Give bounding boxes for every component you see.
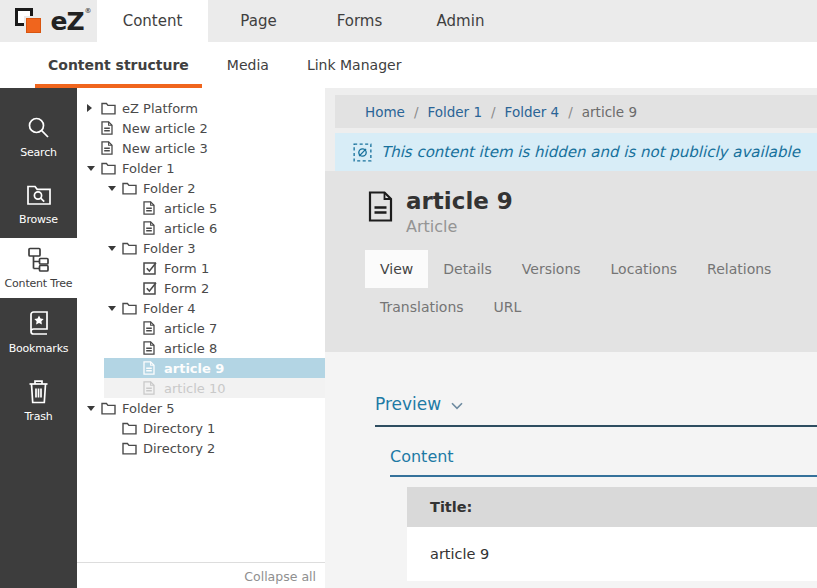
tab-translations[interactable]: Translations [365,288,479,326]
folder-icon [101,161,117,176]
content-item-header: article 9 Article [325,171,817,236]
tree-item-content: article 10 [77,378,225,398]
tree-item-article-9[interactable]: article 9 [77,358,325,378]
top-nav-tab-page[interactable]: Page [208,0,309,42]
folder-icon [122,441,138,456]
sidebar-item-label: Search [20,146,57,159]
tree-item-article-7[interactable]: article 7 [77,318,325,338]
tree-item-article-10[interactable]: article 10 [77,378,325,398]
sidebar-item-bookmarks[interactable]: Bookmarks [0,298,77,366]
search-icon [25,114,52,141]
tree-indent-spacer [129,258,143,278]
form-icon [143,281,159,296]
tree-item-content: New article 3 [77,138,208,158]
tree-item-directory-1[interactable]: Directory 1 [77,418,325,438]
content-tree-icon [25,246,52,272]
tree-item-label: Folder 4 [143,301,196,316]
tree-item-form-2[interactable]: Form 2 [77,278,325,298]
breadcrumb-current: article 9 [582,104,637,120]
sidebar-item-label: Browse [19,213,58,226]
tree-item-article-8[interactable]: article 8 [77,338,325,358]
tree-item-folder-2[interactable]: Folder 2 [77,178,325,198]
top-nav-bar: eZ® ContentPageFormsAdmin [0,0,817,42]
breadcrumb-link-folder-4[interactable]: Folder 4 [505,104,560,120]
tree-item-content: eZ Platform [77,98,198,118]
tree-item-label: Folder 3 [143,241,196,256]
collapse-arrow-icon[interactable] [108,238,122,258]
sidebar-item-content-tree[interactable]: Content Tree [0,238,77,298]
sub-nav-tab-link-manager[interactable]: Link Manager [294,42,415,88]
tree-item-label: Directory 2 [143,441,215,456]
tab-url[interactable]: URL [479,288,537,326]
collapse-all-button[interactable]: Collapse all [77,562,325,588]
tree-item-folder-3[interactable]: Folder 3 [77,238,325,258]
tree-item-folder-4[interactable]: Folder 4 [77,298,325,318]
form-icon [143,261,159,276]
preview-section-label: Preview [375,394,441,414]
tree-item-article-6[interactable]: article 6 [77,218,325,238]
sub-nav-tab-media[interactable]: Media [214,42,282,88]
article-icon [143,321,159,336]
tab-relations[interactable]: Relations [692,250,786,288]
content-tree-panel: eZ PlatformNew article 2New article 3Fol… [77,88,325,588]
field-name-cell: Title: [407,487,817,527]
collapse-arrow-icon[interactable] [87,158,101,178]
tree-item-folder-1[interactable]: Folder 1 [77,158,325,178]
sub-nav-bar: Content structureMediaLink Manager [0,42,817,88]
tree-item-label: Form 2 [164,281,209,296]
article-icon [101,141,117,156]
tree-indent-spacer [129,318,143,338]
ez-platform-admin: eZ® ContentPageFormsAdmin Content struct… [0,0,817,588]
collapse-arrow-icon[interactable] [108,298,122,318]
tree-item-label: Form 1 [164,261,209,276]
expand-arrow-icon[interactable] [87,98,101,118]
tab-versions[interactable]: Versions [507,250,596,288]
tree-indent-spacer [129,218,143,238]
sidebar-item-browse[interactable]: Browse [0,170,77,238]
folder-icon [122,241,138,256]
tab-locations[interactable]: Locations [596,250,693,288]
tree-indent-spacer [108,438,122,458]
ez-logo[interactable]: eZ® [0,0,97,42]
breadcrumb-link-folder-1[interactable]: Folder 1 [427,104,482,120]
tree-item-content: article 6 [77,218,217,238]
tab-view[interactable]: View [365,250,428,288]
bookmarks-icon [26,310,52,337]
collapse-arrow-icon[interactable] [87,398,101,418]
field-table: Title: article 9 [407,487,817,581]
tree-item-folder-5[interactable]: Folder 5 [77,398,325,418]
tree-indent-spacer [87,138,101,158]
tree-item-article-5[interactable]: article 5 [77,198,325,218]
preview-section-toggle[interactable]: Preview [375,394,817,427]
tree-item-label: article 10 [164,381,225,396]
top-nav-tab-forms[interactable]: Forms [309,0,410,42]
top-nav-tab-content[interactable]: Content [97,0,208,42]
sidebar-item-label: Bookmarks [9,342,69,355]
folder-icon [122,301,138,316]
top-nav-tab-admin[interactable]: Admin [410,0,511,42]
folder-icon [101,401,117,416]
tree-item-content: Folder 5 [77,398,175,418]
tree-item-directory-2[interactable]: Directory 2 [77,438,325,458]
tree-indent-spacer [87,118,101,138]
tab-details[interactable]: Details [428,250,507,288]
tree-item-new-article-3[interactable]: New article 3 [77,138,325,158]
breadcrumb-link-home[interactable]: Home [365,104,405,120]
tree-item-new-article-2[interactable]: New article 2 [77,118,325,138]
tree-item-label: Folder 1 [122,161,175,176]
content-header-zone: article 9 Article ViewDetailsVersionsLoc… [325,171,817,352]
tree-item-form-1[interactable]: Form 1 [77,258,325,278]
tree-item-content: article 8 [77,338,217,358]
breadcrumb: Home/Folder 1/Folder 4/article 9 [335,95,817,128]
tree-item-label: Folder 5 [122,401,175,416]
sidebar-item-trash[interactable]: Trash [0,366,77,434]
collapse-arrow-icon[interactable] [108,178,122,198]
ez-logo-text: eZ® [50,7,83,36]
field-value-cell: article 9 [407,527,817,581]
tree-item-ez-platform[interactable]: eZ Platform [77,98,325,118]
sidebar-item-search[interactable]: Search [0,102,77,170]
sub-nav-tab-content-structure[interactable]: Content structure [35,42,202,88]
tree-item-label: Folder 2 [143,181,196,196]
content-type-label: Article [406,217,513,236]
ez-logo-icon [13,6,45,36]
